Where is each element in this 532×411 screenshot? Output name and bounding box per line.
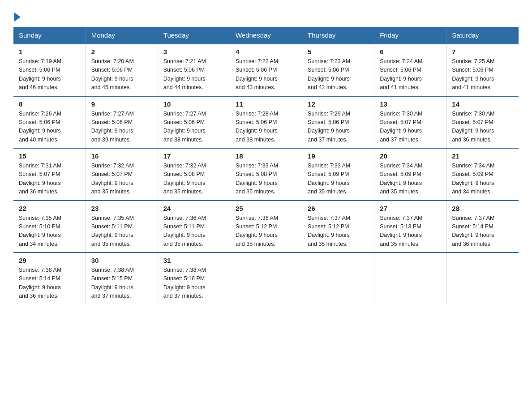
day-number: 9 bbox=[91, 100, 152, 108]
day-info: Sunrise: 7:37 AMSunset: 5:12 PMDaylight:… bbox=[308, 215, 350, 247]
calendar-cell: 29 Sunrise: 7:38 AMSunset: 5:14 PMDaylig… bbox=[13, 253, 86, 304]
day-number: 26 bbox=[308, 205, 369, 212]
header-monday: Monday bbox=[86, 27, 158, 44]
day-info: Sunrise: 7:36 AMSunset: 5:11 PMDaylight:… bbox=[163, 215, 206, 247]
day-info: Sunrise: 7:37 AMSunset: 5:14 PMDaylight:… bbox=[452, 215, 494, 247]
day-info: Sunrise: 7:38 AMSunset: 5:14 PMDaylight:… bbox=[19, 267, 61, 299]
header-area bbox=[13, 9, 519, 20]
calendar-cell: 19 Sunrise: 7:33 AMSunset: 5:09 PMDaylig… bbox=[302, 148, 374, 201]
day-info: Sunrise: 7:34 AMSunset: 5:09 PMDaylight:… bbox=[452, 163, 494, 195]
day-info: Sunrise: 7:36 AMSunset: 5:12 PMDaylight:… bbox=[236, 215, 278, 247]
day-info: Sunrise: 7:21 AMSunset: 5:06 PMDaylight:… bbox=[163, 58, 206, 90]
calendar-cell: 16 Sunrise: 7:32 AMSunset: 5:07 PMDaylig… bbox=[86, 148, 158, 201]
calendar-cell: 31 Sunrise: 7:38 AMSunset: 5:16 PMDaylig… bbox=[158, 253, 230, 304]
calendar-cell: 6 Sunrise: 7:24 AMSunset: 5:06 PMDayligh… bbox=[374, 44, 446, 96]
day-number: 5 bbox=[308, 48, 369, 56]
calendar-cell: 27 Sunrise: 7:37 AMSunset: 5:13 PMDaylig… bbox=[374, 201, 446, 253]
day-info: Sunrise: 7:27 AMSunset: 5:06 PMDaylight:… bbox=[163, 111, 206, 143]
day-info: Sunrise: 7:24 AMSunset: 5:06 PMDaylight:… bbox=[380, 58, 422, 90]
calendar-cell: 14 Sunrise: 7:30 AMSunset: 5:07 PMDaylig… bbox=[446, 96, 519, 149]
day-info: Sunrise: 7:35 AMSunset: 5:10 PMDaylight:… bbox=[19, 215, 61, 247]
day-info: Sunrise: 7:29 AMSunset: 5:06 PMDaylight:… bbox=[308, 111, 350, 143]
calendar-cell: 9 Sunrise: 7:27 AMSunset: 5:06 PMDayligh… bbox=[86, 96, 158, 149]
calendar-table: SundayMondayTuesdayWednesdayThursdayFrid… bbox=[13, 27, 519, 304]
day-info: Sunrise: 7:34 AMSunset: 5:09 PMDaylight:… bbox=[380, 163, 422, 195]
logo-arrow-icon bbox=[14, 13, 21, 21]
calendar-header-row: SundayMondayTuesdayWednesdayThursdayFrid… bbox=[13, 27, 519, 44]
day-number: 2 bbox=[91, 48, 152, 56]
day-number: 16 bbox=[91, 152, 152, 160]
day-info: Sunrise: 7:27 AMSunset: 5:06 PMDaylight:… bbox=[91, 111, 134, 143]
calendar-cell: 3 Sunrise: 7:21 AMSunset: 5:06 PMDayligh… bbox=[158, 44, 230, 96]
calendar-cell: 30 Sunrise: 7:38 AMSunset: 5:15 PMDaylig… bbox=[86, 253, 158, 304]
day-number: 25 bbox=[236, 205, 296, 212]
day-info: Sunrise: 7:22 AMSunset: 5:06 PMDaylight:… bbox=[236, 58, 278, 90]
day-number: 23 bbox=[91, 205, 152, 212]
week-row-2: 8 Sunrise: 7:26 AMSunset: 5:06 PMDayligh… bbox=[13, 96, 519, 149]
calendar-cell: 28 Sunrise: 7:37 AMSunset: 5:14 PMDaylig… bbox=[446, 201, 519, 253]
calendar-cell: 25 Sunrise: 7:36 AMSunset: 5:12 PMDaylig… bbox=[230, 201, 302, 253]
day-number: 1 bbox=[19, 48, 80, 56]
day-info: Sunrise: 7:32 AMSunset: 5:07 PMDaylight:… bbox=[91, 163, 134, 195]
day-info: Sunrise: 7:28 AMSunset: 5:06 PMDaylight:… bbox=[236, 111, 278, 143]
day-number: 13 bbox=[380, 100, 441, 108]
week-row-1: 1 Sunrise: 7:19 AMSunset: 5:06 PMDayligh… bbox=[13, 44, 519, 96]
calendar-cell bbox=[230, 253, 302, 304]
day-number: 18 bbox=[236, 152, 296, 160]
day-number: 7 bbox=[452, 48, 513, 56]
calendar-cell: 7 Sunrise: 7:25 AMSunset: 5:06 PMDayligh… bbox=[446, 44, 519, 96]
day-number: 21 bbox=[452, 152, 513, 160]
day-number: 12 bbox=[308, 100, 369, 108]
day-number: 8 bbox=[19, 100, 80, 108]
day-info: Sunrise: 7:30 AMSunset: 5:07 PMDaylight:… bbox=[452, 111, 494, 143]
week-row-4: 22 Sunrise: 7:35 AMSunset: 5:10 PMDaylig… bbox=[13, 201, 519, 253]
day-info: Sunrise: 7:38 AMSunset: 5:16 PMDaylight:… bbox=[163, 267, 206, 299]
day-info: Sunrise: 7:30 AMSunset: 5:07 PMDaylight:… bbox=[380, 111, 422, 143]
calendar-cell: 5 Sunrise: 7:23 AMSunset: 5:06 PMDayligh… bbox=[302, 44, 374, 96]
day-info: Sunrise: 7:33 AMSunset: 5:09 PMDaylight:… bbox=[308, 163, 350, 195]
calendar-cell: 22 Sunrise: 7:35 AMSunset: 5:10 PMDaylig… bbox=[13, 201, 86, 253]
day-number: 6 bbox=[380, 48, 441, 56]
day-info: Sunrise: 7:35 AMSunset: 5:11 PMDaylight:… bbox=[91, 215, 134, 247]
day-info: Sunrise: 7:33 AMSunset: 5:08 PMDaylight:… bbox=[236, 163, 278, 195]
day-info: Sunrise: 7:31 AMSunset: 5:07 PMDaylight:… bbox=[19, 163, 61, 195]
day-number: 3 bbox=[163, 48, 224, 56]
day-number: 19 bbox=[308, 152, 369, 160]
calendar-cell: 10 Sunrise: 7:27 AMSunset: 5:06 PMDaylig… bbox=[158, 96, 230, 149]
calendar-cell: 1 Sunrise: 7:19 AMSunset: 5:06 PMDayligh… bbox=[13, 44, 86, 96]
day-info: Sunrise: 7:26 AMSunset: 5:06 PMDaylight:… bbox=[19, 111, 61, 143]
day-number: 11 bbox=[236, 100, 296, 108]
day-number: 17 bbox=[163, 152, 224, 160]
header-friday: Friday bbox=[374, 27, 446, 44]
header-tuesday: Tuesday bbox=[158, 27, 230, 44]
day-number: 30 bbox=[91, 257, 152, 264]
calendar-cell: 4 Sunrise: 7:22 AMSunset: 5:06 PMDayligh… bbox=[230, 44, 302, 96]
day-info: Sunrise: 7:23 AMSunset: 5:06 PMDaylight:… bbox=[308, 58, 350, 90]
week-row-5: 29 Sunrise: 7:38 AMSunset: 5:14 PMDaylig… bbox=[13, 253, 519, 304]
header-sunday: Sunday bbox=[13, 27, 86, 44]
calendar-cell bbox=[374, 253, 446, 304]
calendar-cell: 2 Sunrise: 7:20 AMSunset: 5:06 PMDayligh… bbox=[86, 44, 158, 96]
day-info: Sunrise: 7:38 AMSunset: 5:15 PMDaylight:… bbox=[91, 267, 134, 299]
header-thursday: Thursday bbox=[302, 27, 374, 44]
day-number: 20 bbox=[380, 152, 441, 160]
day-info: Sunrise: 7:32 AMSunset: 5:08 PMDaylight:… bbox=[163, 163, 206, 195]
calendar-cell: 11 Sunrise: 7:28 AMSunset: 5:06 PMDaylig… bbox=[230, 96, 302, 149]
calendar-cell: 18 Sunrise: 7:33 AMSunset: 5:08 PMDaylig… bbox=[230, 148, 302, 201]
day-info: Sunrise: 7:19 AMSunset: 5:06 PMDaylight:… bbox=[19, 58, 61, 90]
calendar-cell bbox=[446, 253, 519, 304]
calendar-cell: 23 Sunrise: 7:35 AMSunset: 5:11 PMDaylig… bbox=[86, 201, 158, 253]
calendar-cell bbox=[302, 253, 374, 304]
day-number: 29 bbox=[19, 257, 80, 264]
day-info: Sunrise: 7:37 AMSunset: 5:13 PMDaylight:… bbox=[380, 215, 422, 247]
calendar-cell: 13 Sunrise: 7:30 AMSunset: 5:07 PMDaylig… bbox=[374, 96, 446, 149]
logo bbox=[13, 9, 21, 20]
day-number: 4 bbox=[236, 48, 296, 56]
calendar-cell: 8 Sunrise: 7:26 AMSunset: 5:06 PMDayligh… bbox=[13, 96, 86, 149]
calendar-cell: 17 Sunrise: 7:32 AMSunset: 5:08 PMDaylig… bbox=[158, 148, 230, 201]
day-number: 10 bbox=[163, 100, 224, 108]
week-row-3: 15 Sunrise: 7:31 AMSunset: 5:07 PMDaylig… bbox=[13, 148, 519, 201]
calendar-cell: 24 Sunrise: 7:36 AMSunset: 5:11 PMDaylig… bbox=[158, 201, 230, 253]
day-info: Sunrise: 7:25 AMSunset: 5:06 PMDaylight:… bbox=[452, 58, 494, 90]
day-number: 14 bbox=[452, 100, 513, 108]
